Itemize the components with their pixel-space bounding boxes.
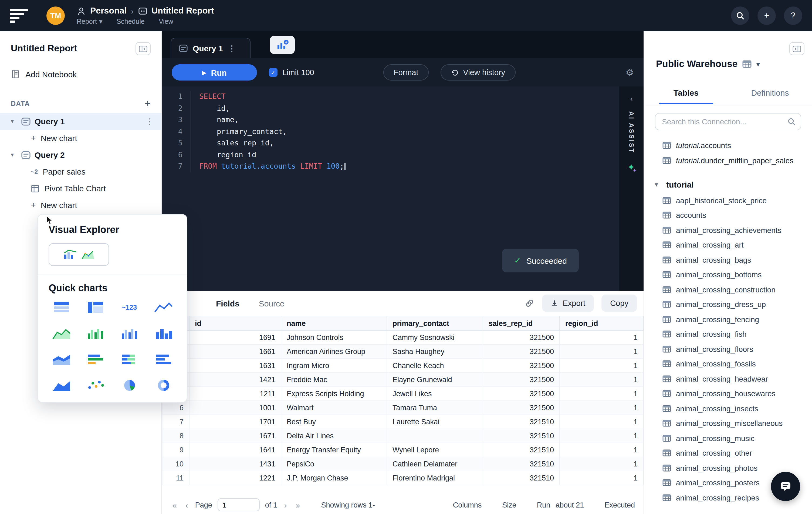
prev-page-icon[interactable]: ‹ (184, 500, 190, 509)
cell-id[interactable]: 1631 (189, 359, 281, 373)
search-button[interactable] (731, 6, 749, 25)
chevron-down-icon[interactable]: ▾ (11, 151, 17, 158)
kebab-menu-icon[interactable]: ⋮ (146, 116, 154, 126)
table-list-item[interactable]: animal_crossing_headwear (644, 371, 812, 386)
cell-sales-rep-id[interactable]: 321510 (483, 429, 560, 443)
tab-source[interactable]: Source (259, 299, 285, 308)
cell-sales-rep-id[interactable]: 321510 (483, 471, 560, 485)
visual-explorer-button[interactable] (49, 243, 109, 266)
run-button[interactable]: ▶ Run (172, 64, 257, 81)
table-list-item[interactable]: animal_crossing_insects (644, 401, 812, 416)
cell-region-id[interactable]: 1 (560, 373, 643, 387)
menu-schedule[interactable]: Schedule (117, 17, 145, 25)
table-list-item[interactable]: animal_crossing_achievements (644, 223, 812, 238)
cell-primary-contact[interactable]: Tamara Tuma (387, 401, 483, 415)
table-list-item[interactable]: animal_crossing_music (644, 431, 812, 445)
table-list-item[interactable]: animal_crossing_floors (644, 342, 812, 356)
tree-item-query1[interactable]: ▾ Query 1 ⋮ (0, 113, 162, 130)
cell-primary-contact[interactable]: Elayne Grunewald (387, 373, 483, 387)
cell-sales-rep-id[interactable]: 321510 (483, 457, 560, 471)
column-header[interactable]: primary_contact (387, 316, 483, 330)
cell-name[interactable]: Express Scripts Holding (281, 387, 387, 401)
cell-primary-contact[interactable]: Cathleen Delamater (387, 457, 483, 471)
cell-id[interactable]: 1221 (189, 471, 281, 485)
quick-chart-pie[interactable] (112, 377, 146, 394)
cell-id[interactable]: 1211 (189, 387, 281, 401)
breadcrumb-report-title[interactable]: Untitled Report (151, 6, 214, 16)
quick-chart-pivot-table[interactable] (78, 299, 112, 316)
tree-item-query2[interactable]: ▾ Query 2 (0, 146, 162, 163)
cell-region-id[interactable]: 1 (560, 457, 643, 471)
connection-search-input[interactable] (655, 113, 801, 130)
table-list-item[interactable]: animal_crossing_other (644, 445, 812, 460)
table-list-item[interactable]: animal_crossing_fencing (644, 312, 812, 327)
columns-label[interactable]: Columns (453, 501, 482, 509)
table-list-item[interactable]: animal_crossing_dress_up (644, 297, 812, 312)
quick-chart-stacked-bar[interactable] (112, 351, 146, 368)
add-data-button[interactable]: + (145, 98, 151, 109)
cell-sales-rep-id[interactable]: 321500 (483, 401, 560, 415)
quick-chart-grouped-column[interactable] (78, 325, 112, 342)
next-page-icon[interactable]: › (283, 500, 289, 509)
add-button[interactable]: + (757, 6, 776, 25)
pinned-table-item[interactable]: tutorial.accounts (644, 138, 812, 153)
menu-view[interactable]: View (159, 17, 173, 25)
cell-name[interactable]: PepsiCo (281, 457, 387, 471)
first-page-icon[interactable]: « (171, 500, 178, 509)
cell-id[interactable]: 1701 (189, 415, 281, 429)
quick-chart-histogram[interactable] (146, 325, 180, 342)
quick-chart-bar[interactable] (78, 351, 112, 368)
view-history-button[interactable]: View history (440, 64, 516, 81)
column-header[interactable]: name (281, 316, 387, 330)
app-logo[interactable] (10, 9, 30, 22)
quick-chart-table[interactable] (44, 299, 78, 316)
cell-name[interactable]: Energy Transfer Equity (281, 443, 387, 457)
cell-name[interactable]: American Airlines Group (281, 345, 387, 359)
chevron-down-icon[interactable]: ▾ (11, 118, 17, 125)
cell-region-id[interactable]: 1 (560, 359, 643, 373)
cell-primary-contact[interactable]: Laurette Sakai (387, 415, 483, 429)
cell-id[interactable]: 1671 (189, 429, 281, 443)
cell-name[interactable]: J.P. Morgan Chase (281, 471, 387, 485)
cell-region-id[interactable]: 1 (560, 443, 643, 457)
quick-chart-filled-area[interactable] (44, 377, 78, 394)
cell-primary-contact[interactable]: Florentino Madrigal (387, 471, 483, 485)
last-page-icon[interactable]: » (294, 500, 302, 509)
cell-primary-contact[interactable]: Cammy Sosnowski (387, 330, 483, 345)
cell-id[interactable]: 1431 (189, 457, 281, 471)
size-label[interactable]: Size (502, 501, 516, 509)
cell-sales-rep-id[interactable]: 321510 (483, 415, 560, 429)
settings-gear-icon[interactable]: ⚙ (626, 67, 634, 78)
quick-chart-area[interactable] (44, 325, 78, 342)
chat-launcher-button[interactable] (771, 472, 800, 501)
cell-id[interactable]: 1641 (189, 443, 281, 457)
page-number-input[interactable] (218, 498, 260, 511)
cell-region-id[interactable]: 1 (560, 471, 643, 485)
schema-section-toggle[interactable]: ▾ tutorial (644, 175, 812, 193)
table-list-item[interactable]: aapl_historical_stock_price (644, 193, 812, 208)
quick-chart-scatter[interactable] (78, 377, 112, 394)
table-list-item[interactable]: animal_crossing_miscellaneous (644, 416, 812, 431)
link-icon[interactable] (525, 298, 534, 308)
cell-name[interactable]: Freddie Mac (281, 373, 387, 387)
column-header[interactable]: sales_rep_id (483, 316, 560, 330)
new-chart-button-query1[interactable]: + New chart (0, 130, 162, 146)
cell-primary-contact[interactable] (387, 429, 483, 443)
tab-tables[interactable]: Tables (644, 83, 728, 104)
cell-name[interactable]: Walmart (281, 401, 387, 415)
avatar[interactable]: TM (47, 6, 65, 25)
pinned-table-item[interactable]: tutorial.dunder_mifflin_paper_sales (644, 153, 812, 168)
column-header[interactable]: id (189, 316, 281, 330)
cell-name[interactable]: Johnson Controls (281, 330, 387, 345)
quick-chart-donut[interactable] (146, 377, 180, 394)
cell-region-id[interactable]: 1 (560, 429, 643, 443)
cell-primary-contact[interactable]: Wynell Lepore (387, 443, 483, 457)
cell-id[interactable]: 1421 (189, 373, 281, 387)
cell-id[interactable]: 1661 (189, 345, 281, 359)
add-chart-tab-button[interactable] (270, 36, 295, 54)
limit-checkbox[interactable]: ✓ Limit 100 (269, 68, 314, 77)
cell-sales-rep-id[interactable]: 321500 (483, 330, 560, 345)
new-chart-button-query2[interactable]: + New chart (0, 197, 162, 214)
table-list-item[interactable]: animal_crossing_bags (644, 252, 812, 267)
cell-sales-rep-id[interactable]: 321500 (483, 359, 560, 373)
